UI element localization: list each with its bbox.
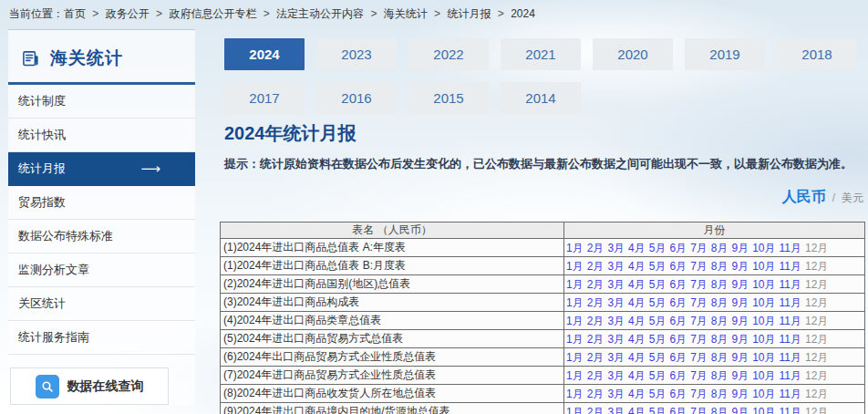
- breadcrumb-item[interactable]: 法定主动公开内容: [276, 7, 364, 20]
- month-10月-link[interactable]: 10月: [752, 388, 775, 400]
- month-5月-link[interactable]: 5月: [649, 260, 666, 273]
- month-10月-link[interactable]: 10月: [752, 296, 775, 309]
- month-2月-link[interactable]: 2月: [587, 388, 604, 400]
- month-11月-link[interactable]: 11月: [780, 369, 801, 382]
- report-name-cell[interactable]: (7)2024年进口商品贸易方式企业性质总值表: [221, 367, 564, 385]
- month-6月-link[interactable]: 6月: [669, 242, 687, 254]
- month-9月-link[interactable]: 9月: [732, 242, 749, 254]
- month-1月-link[interactable]: 1月: [566, 369, 584, 382]
- month-9月-link[interactable]: 9月: [732, 351, 749, 364]
- report-name-cell[interactable]: (3)2024年进出口商品构成表: [221, 294, 564, 312]
- month-6月-link[interactable]: 6月: [669, 388, 687, 400]
- month-11月-link[interactable]: 11月: [780, 260, 801, 273]
- month-7月-link[interactable]: 7月: [690, 315, 708, 327]
- month-3月-link[interactable]: 3月: [607, 278, 625, 291]
- breadcrumb-item[interactable]: 政务公开: [106, 7, 150, 20]
- month-7月-link[interactable]: 7月: [690, 278, 708, 291]
- month-8月-link[interactable]: 8月: [711, 278, 728, 291]
- month-4月-link[interactable]: 4月: [628, 333, 646, 346]
- month-1月-link[interactable]: 1月: [566, 406, 584, 414]
- month-8月-link[interactable]: 8月: [711, 388, 728, 400]
- report-name-cell[interactable]: (8)2024年进出口商品收发货人所在地总值表: [221, 385, 564, 403]
- breadcrumb-item[interactable]: 海关统计: [384, 7, 428, 20]
- report-name-cell[interactable]: (1)2024年进出口商品总值表 B:月度表: [221, 257, 564, 275]
- year-tab-2019[interactable]: 2019: [685, 38, 765, 70]
- month-6月-link[interactable]: 6月: [669, 406, 687, 414]
- month-8月-link[interactable]: 8月: [711, 369, 728, 382]
- year-tab-2020[interactable]: 2020: [593, 38, 673, 70]
- month-11月-link[interactable]: 11月: [780, 333, 801, 346]
- month-7月-link[interactable]: 7月: [690, 351, 708, 364]
- month-5月-link[interactable]: 5月: [649, 242, 666, 254]
- month-11月-link[interactable]: 11月: [780, 315, 801, 327]
- month-3月-link[interactable]: 3月: [607, 406, 625, 414]
- month-1月-link[interactable]: 1月: [566, 260, 584, 273]
- month-2月-link[interactable]: 2月: [587, 278, 604, 291]
- month-8月-link[interactable]: 8月: [711, 315, 728, 327]
- month-4月-link[interactable]: 4月: [628, 388, 646, 400]
- month-10月-link[interactable]: 10月: [752, 278, 775, 291]
- month-4月-link[interactable]: 4月: [628, 351, 646, 364]
- month-1月-link[interactable]: 1月: [566, 315, 584, 327]
- report-name-cell[interactable]: (6)2024年出口商品贸易方式企业性质总值表: [221, 348, 564, 367]
- month-3月-link[interactable]: 3月: [607, 351, 625, 364]
- month-6月-link[interactable]: 6月: [669, 369, 687, 382]
- data-online-query-button[interactable]: 数据在线查询: [10, 367, 169, 405]
- month-9月-link[interactable]: 9月: [732, 260, 749, 273]
- month-9月-link[interactable]: 9月: [732, 315, 749, 327]
- currency-usd[interactable]: 美元: [842, 191, 863, 206]
- month-1月-link[interactable]: 1月: [566, 351, 584, 364]
- year-tab-2018[interactable]: 2018: [777, 38, 857, 70]
- month-6月-link[interactable]: 6月: [669, 278, 687, 291]
- month-2月-link[interactable]: 2月: [587, 242, 604, 254]
- month-8月-link[interactable]: 8月: [711, 406, 728, 414]
- month-10月-link[interactable]: 10月: [752, 369, 775, 382]
- currency-rmb[interactable]: 人民币: [782, 188, 826, 207]
- month-5月-link[interactable]: 5月: [649, 406, 666, 414]
- month-2月-link[interactable]: 2月: [587, 351, 604, 364]
- month-3月-link[interactable]: 3月: [607, 242, 625, 254]
- month-4月-link[interactable]: 4月: [628, 315, 646, 327]
- month-10月-link[interactable]: 10月: [752, 351, 775, 364]
- year-tab-2014[interactable]: 2014: [501, 82, 581, 114]
- sidebar-item-统计月报[interactable]: 统计月报⟶: [8, 152, 195, 186]
- breadcrumb-item[interactable]: 统计月报: [447, 7, 491, 20]
- month-6月-link[interactable]: 6月: [669, 260, 687, 273]
- year-tab-2017[interactable]: 2017: [224, 82, 305, 114]
- breadcrumb-item[interactable]: 首页: [64, 7, 86, 20]
- month-4月-link[interactable]: 4月: [628, 369, 646, 382]
- month-3月-link[interactable]: 3月: [607, 388, 625, 400]
- month-3月-link[interactable]: 3月: [607, 369, 625, 382]
- sidebar-item-统计制度[interactable]: 统计制度: [8, 85, 195, 119]
- month-7月-link[interactable]: 7月: [690, 242, 708, 254]
- month-9月-link[interactable]: 9月: [732, 296, 749, 309]
- year-tab-2015[interactable]: 2015: [408, 82, 489, 114]
- month-9月-link[interactable]: 9月: [732, 388, 749, 400]
- month-11月-link[interactable]: 11月: [780, 406, 801, 414]
- month-7月-link[interactable]: 7月: [690, 369, 708, 382]
- month-4月-link[interactable]: 4月: [628, 260, 646, 273]
- sidebar-item-贸易指数[interactable]: 贸易指数: [8, 186, 195, 220]
- month-11月-link[interactable]: 11月: [780, 351, 801, 364]
- month-9月-link[interactable]: 9月: [732, 406, 749, 414]
- month-5月-link[interactable]: 5月: [649, 315, 666, 327]
- month-11月-link[interactable]: 11月: [780, 278, 801, 291]
- month-3月-link[interactable]: 3月: [607, 260, 625, 273]
- year-tab-2022[interactable]: 2022: [408, 38, 489, 70]
- month-11月-link[interactable]: 11月: [780, 242, 801, 254]
- month-7月-link[interactable]: 7月: [690, 406, 708, 414]
- month-5月-link[interactable]: 5月: [649, 333, 666, 346]
- month-10月-link[interactable]: 10月: [752, 242, 775, 254]
- month-4月-link[interactable]: 4月: [628, 296, 646, 309]
- breadcrumb-item[interactable]: 政府信息公开专栏: [169, 7, 256, 20]
- month-6月-link[interactable]: 6月: [669, 351, 687, 364]
- report-name-cell[interactable]: (2)2024年进出口商品国别(地区)总值表: [221, 275, 564, 294]
- sidebar-item-统计快讯[interactable]: 统计快讯: [8, 119, 195, 152]
- month-2月-link[interactable]: 2月: [587, 296, 604, 309]
- month-5月-link[interactable]: 5月: [649, 369, 666, 382]
- year-tab-2024[interactable]: 2024: [224, 38, 305, 70]
- year-tab-2023[interactable]: 2023: [316, 38, 397, 70]
- year-tab-2016[interactable]: 2016: [316, 82, 397, 114]
- month-7月-link[interactable]: 7月: [690, 388, 708, 400]
- month-8月-link[interactable]: 8月: [711, 242, 728, 254]
